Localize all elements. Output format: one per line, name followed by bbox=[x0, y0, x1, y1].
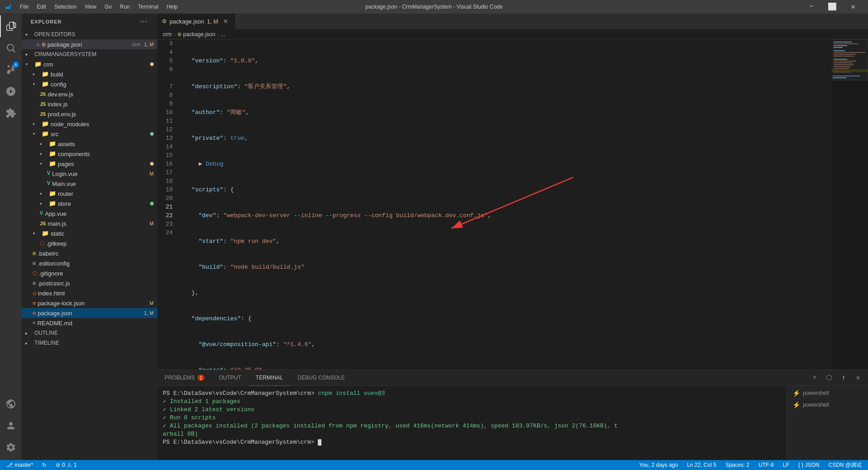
tree-build-folder[interactable]: 📁 build bbox=[22, 69, 157, 79]
open-editors-section[interactable]: OPEN EDITORS bbox=[22, 29, 157, 39]
maximize-button[interactable]: ⬜ bbox=[822, 0, 843, 14]
eol-text: LF bbox=[783, 462, 789, 468]
index-html-label: index.html bbox=[38, 290, 154, 297]
close-tab-icon[interactable]: ✕ bbox=[36, 41, 40, 48]
menu-view[interactable]: View bbox=[81, 3, 100, 11]
terminal-line-1: PS E:\DataSave\vsCode\CrmManagerSystem\c… bbox=[163, 389, 781, 398]
menu-file[interactable]: File bbox=[16, 3, 32, 11]
tree-readme[interactable]: ≡ README.md bbox=[22, 318, 157, 328]
breadcrumb-ellipsis[interactable]: ... bbox=[221, 31, 225, 38]
menu-go[interactable]: Go bbox=[101, 3, 115, 11]
tree-prod-env-js[interactable]: JS prod.env.js bbox=[22, 109, 157, 119]
ln20: 20 bbox=[157, 194, 180, 203]
activity-explorer[interactable] bbox=[0, 15, 22, 37]
split-terminal-button[interactable]: ⬡ bbox=[823, 371, 835, 384]
sidebar-content[interactable]: OPEN EDITORS ✕ ⚙ package.json crm 1, M C… bbox=[22, 29, 157, 460]
breadcrumb-crm[interactable]: crm bbox=[163, 31, 172, 38]
outline-section[interactable]: OUTLINE bbox=[22, 328, 157, 338]
tree-gitkeep[interactable]: ⬡ .gitkeep bbox=[22, 238, 157, 248]
tree-app-vue[interactable]: V App.vue bbox=[22, 209, 157, 218]
open-editor-package-json[interactable]: ✕ ⚙ package.json crm 1, M bbox=[22, 39, 157, 49]
tree-static-folder[interactable]: 📁 static bbox=[22, 228, 157, 238]
tab-terminal[interactable]: TERMINAL bbox=[249, 370, 291, 386]
pages-chevron bbox=[40, 161, 47, 166]
status-csdn[interactable]: CSDN @调试 bbox=[826, 461, 863, 469]
project-section[interactable]: CRMMANAGERSYSTEM bbox=[22, 49, 157, 59]
status-git-branch[interactable]: ⎇ master* bbox=[5, 462, 35, 468]
editor-wrapper[interactable]: 3 4 5 6 7 8 9 10 11 12 13 14 15 bbox=[157, 39, 868, 370]
minimize-button[interactable]: − bbox=[801, 0, 822, 14]
timeline-section[interactable]: TIMELINE bbox=[22, 338, 157, 348]
tree-index-html[interactable]: ◇ index.html bbox=[22, 288, 157, 298]
tree-babelrc[interactable]: ⚙ .babelrc bbox=[22, 248, 157, 258]
activity-run-debug[interactable] bbox=[0, 81, 22, 102]
tab-output[interactable]: OUTPUT bbox=[212, 370, 248, 386]
tree-router-folder[interactable]: 📁 router bbox=[22, 189, 157, 199]
tree-assets-folder[interactable]: 📁 assets bbox=[22, 139, 157, 149]
status-language[interactable]: { } JSON bbox=[797, 462, 821, 468]
tree-package-lock[interactable]: ⚙ package-lock.json M bbox=[22, 298, 157, 308]
code-content[interactable]: "version": "1.0.0", "description": "客户关系… bbox=[180, 39, 832, 370]
tree-dev-env-js[interactable]: JS dev.env.js bbox=[22, 89, 157, 99]
gitignore-label: .gitignore bbox=[39, 270, 154, 277]
package-json-badge: 1, M bbox=[144, 310, 154, 316]
activity-search[interactable] bbox=[0, 37, 22, 59]
menu-help[interactable]: Help bbox=[163, 3, 182, 11]
terminal-main[interactable]: PS E:\DataSave\vsCode\CrmManagerSystem\c… bbox=[157, 386, 787, 460]
status-sync[interactable]: ↻ bbox=[40, 462, 48, 468]
new-terminal-button[interactable]: + bbox=[808, 371, 821, 384]
tree-crm-folder[interactable]: 📁 crm bbox=[22, 59, 157, 69]
tab-close-button[interactable]: ✕ bbox=[221, 17, 230, 26]
tree-package-json[interactable]: ⚙ package.json 1, M bbox=[22, 308, 157, 318]
build-chevron bbox=[33, 71, 40, 77]
ln18: 18 bbox=[157, 177, 180, 185]
open-file-badge: 1, M bbox=[144, 42, 154, 47]
status-errors[interactable]: ⊘ 0 ⚠ 1 bbox=[54, 462, 78, 468]
terminal-content: PS E:\DataSave\vsCode\CrmManagerSystem\c… bbox=[157, 386, 868, 460]
menu-selection[interactable]: Selection bbox=[51, 3, 80, 11]
code-editor[interactable]: 3 4 5 6 7 8 9 10 11 12 13 14 15 bbox=[157, 39, 832, 370]
tree-editorconfig[interactable]: ⚙ .editorconfig bbox=[22, 258, 157, 268]
new-file-button[interactable]: ⋯ bbox=[138, 17, 148, 27]
ln14: 14 bbox=[157, 142, 180, 151]
tree-login-vue[interactable]: V Login.vue M bbox=[22, 169, 157, 179]
close-button[interactable]: ✕ bbox=[843, 0, 863, 14]
blame-text: You, 2 days ago bbox=[639, 462, 678, 468]
status-cursor[interactable]: Ln 22, Col 5 bbox=[685, 462, 718, 468]
activity-account[interactable] bbox=[0, 415, 22, 437]
tree-postcssrc[interactable]: ⚙ .postcssrc.js bbox=[22, 278, 157, 288]
activity-extensions[interactable] bbox=[0, 102, 22, 124]
status-blame[interactable]: You, 2 days ago bbox=[637, 462, 680, 468]
breadcrumb-file[interactable]: ⚙ package.json bbox=[177, 31, 215, 38]
editor-container: ⚙ package.json 1, M ✕ crm › ⚙ package.js… bbox=[157, 14, 868, 460]
shell-item-1[interactable]: ⚡ powershell bbox=[789, 388, 866, 399]
close-terminal-button[interactable]: ✕ bbox=[852, 371, 864, 384]
tree-main-vue[interactable]: V Main.vue bbox=[22, 179, 157, 189]
terminal-actions: + ⬡ ⬆ ✕ bbox=[808, 371, 868, 384]
activity-settings[interactable] bbox=[0, 437, 22, 458]
activity-remote[interactable] bbox=[0, 393, 22, 415]
tree-index-js[interactable]: JS index.js bbox=[22, 99, 157, 109]
error-icon: ⊘ bbox=[56, 462, 60, 468]
tree-pages-folder[interactable]: 📁 pages bbox=[22, 159, 157, 169]
menu-edit[interactable]: Edit bbox=[33, 3, 50, 11]
status-spaces[interactable]: Spaces: 2 bbox=[723, 462, 751, 468]
src-label: src bbox=[51, 131, 147, 138]
status-encoding[interactable]: UTF-8 bbox=[757, 462, 776, 468]
tree-store-folder[interactable]: 📁 store bbox=[22, 199, 157, 209]
tab-package-json[interactable]: ⚙ package.json 1, M ✕ bbox=[157, 14, 235, 29]
menu-run[interactable]: Run bbox=[116, 3, 133, 11]
tree-src-folder[interactable]: 📁 src bbox=[22, 129, 157, 139]
tree-main-js[interactable]: JS main.js M bbox=[22, 218, 157, 228]
tab-problems[interactable]: PROBLEMS 1 bbox=[157, 370, 212, 386]
shell-item-2[interactable]: ⚡ powershell bbox=[789, 399, 866, 410]
status-eol[interactable]: LF bbox=[781, 462, 791, 468]
activity-source-control[interactable]: 6 bbox=[0, 59, 22, 81]
menu-terminal[interactable]: Terminal bbox=[134, 3, 162, 11]
tree-gitignore[interactable]: ⬡ .gitignore bbox=[22, 268, 157, 278]
tab-debug-console[interactable]: DEBUG CONSOLE bbox=[290, 370, 352, 386]
tree-node-modules[interactable]: 📁 node_modules bbox=[22, 119, 157, 129]
tree-config-folder[interactable]: 📁 config bbox=[22, 79, 157, 89]
maximize-terminal-button[interactable]: ⬆ bbox=[837, 371, 850, 384]
tree-components-folder[interactable]: 📁 components bbox=[22, 149, 157, 159]
